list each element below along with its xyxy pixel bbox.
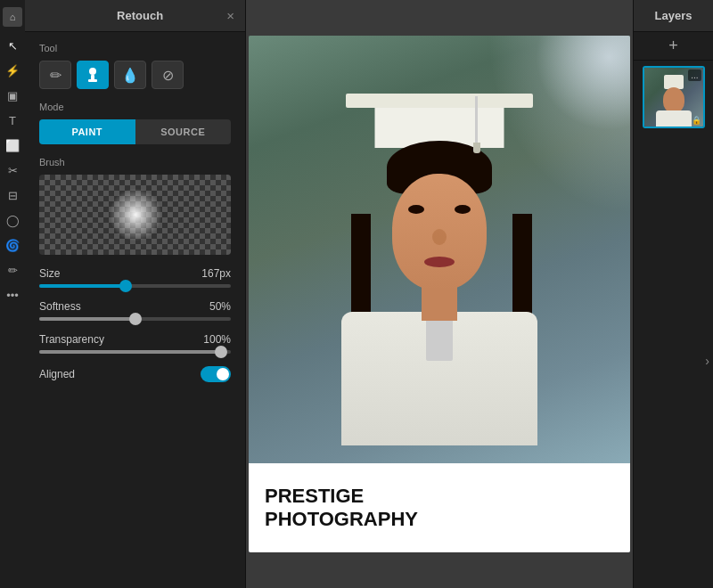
size-slider-row: Size 167px: [39, 267, 231, 288]
watermark-text: PRESTIGE PHOTOGRAPHY: [265, 485, 418, 532]
watermark-line2: PHOTOGRAPHY: [265, 508, 418, 530]
svg-rect-2: [88, 79, 97, 82]
layer-options-button[interactable]: ...: [688, 69, 701, 81]
left-icon-bar: ⌂ ↖ ⚡ ▣ T ⬜ ✂ ⊟ ◯ 🌀 ✏ •••: [0, 0, 25, 588]
panel-title: Retouch: [53, 9, 226, 22]
mode-row: PAINT SOURCE: [39, 119, 231, 144]
grad-cap-board: [346, 94, 533, 108]
home-icon: ⌂: [10, 12, 16, 22]
grad-tassel-end: [473, 143, 480, 153]
brush-section-label: Brush: [39, 157, 231, 167]
adjustments-icon[interactable]: ⊟: [3, 185, 22, 205]
nose: [432, 229, 447, 245]
softness-value: 50%: [209, 300, 231, 313]
canvas-image[interactable]: PRESTIGE PHOTOGRAPHY: [249, 36, 630, 552]
dropper-tool[interactable]: 💧: [114, 61, 146, 89]
spiral-icon[interactable]: 🌀: [3, 235, 22, 255]
retouch-panel: Retouch × Tool ✏ 💧 ⊘ Mode PAINT SOURCE B…: [25, 0, 246, 588]
ellipsis-icon[interactable]: •••: [3, 285, 22, 305]
softness-slider-track[interactable]: [39, 317, 231, 321]
home-button[interactable]: ⌂: [3, 7, 22, 27]
brush-icon[interactable]: ✏: [3, 260, 22, 280]
size-slider-track[interactable]: [39, 284, 231, 288]
brush-glow: [109, 188, 162, 241]
mode-section-label: Mode: [39, 102, 231, 112]
size-slider-header: Size 167px: [39, 267, 231, 280]
layers-title: Layers: [655, 9, 693, 22]
softness-slider-thumb[interactable]: [129, 313, 142, 325]
gown-collar: [426, 316, 453, 361]
text-tool-icon[interactable]: T: [3, 110, 22, 130]
circle-icon[interactable]: ◯: [3, 210, 22, 230]
layers-panel-header: Layers: [634, 0, 713, 32]
lips: [424, 257, 455, 267]
watermark-bar: PRESTIGE PHOTOGRAPHY: [249, 463, 630, 552]
panel-close-button[interactable]: ×: [226, 8, 234, 23]
aligned-toggle[interactable]: [201, 366, 231, 382]
transparency-slider-fill: [39, 350, 221, 354]
stamp-tool[interactable]: [77, 61, 109, 89]
layer-thumb-face: [663, 87, 684, 112]
panel-header: Retouch ×: [25, 0, 245, 32]
size-slider-thumb[interactable]: [119, 280, 132, 292]
svg-point-0: [89, 68, 96, 75]
softness-slider-header: Softness 50%: [39, 300, 231, 313]
grad-tassel-string: [475, 96, 478, 145]
paint-mode-button[interactable]: PAINT: [39, 119, 135, 144]
watermark-line1: PRESTIGE: [265, 485, 364, 507]
canvas-area[interactable]: PRESTIGE PHOTOGRAPHY: [246, 0, 633, 588]
size-slider-fill: [39, 284, 126, 288]
lightning-button[interactable]: ⚡: [3, 61, 22, 80]
transparency-label: Transparency: [39, 333, 104, 346]
stamp-icon: [85, 67, 101, 83]
brush-preview: [39, 175, 231, 255]
pointer-tool-button[interactable]: ↖: [3, 36, 22, 55]
transparency-slider-track[interactable]: [39, 350, 231, 354]
left-eye: [408, 205, 424, 214]
tool-section-label: Tool: [39, 43, 231, 53]
scissors-icon[interactable]: ✂: [3, 160, 22, 180]
aligned-row: Aligned: [39, 366, 231, 382]
softness-slider-fill: [39, 317, 135, 321]
panel-content: Tool ✏ 💧 ⊘ Mode PAINT SOURCE Brush: [25, 32, 245, 588]
expand-panel-button[interactable]: ›: [701, 350, 713, 372]
chevron-container: ›: [634, 134, 713, 588]
canvas-container: PRESTIGE PHOTOGRAPHY: [249, 36, 630, 552]
source-mode-button[interactable]: SOURCE: [135, 119, 232, 144]
toggle-knob: [217, 368, 229, 380]
aligned-label: Aligned: [39, 368, 75, 380]
add-layer-button[interactable]: +: [634, 32, 713, 61]
transparency-slider-header: Transparency 100%: [39, 333, 231, 346]
layer-lock-icon: 🔒: [692, 116, 701, 125]
graduation-gown: [341, 312, 537, 445]
softness-label: Softness: [39, 300, 81, 313]
neck: [422, 285, 457, 321]
layers-sidebar-icon[interactable]: ▣: [3, 86, 22, 105]
transparency-slider-row: Transparency 100%: [39, 333, 231, 354]
pencil-tool[interactable]: ✏: [39, 61, 71, 89]
layer-thumbnail[interactable]: ... 🔒: [643, 66, 705, 128]
eraser-tool[interactable]: ⊘: [152, 61, 184, 89]
tool-row: ✏ 💧 ⊘: [39, 61, 231, 89]
layer-thumb-body: [656, 110, 692, 128]
transform-icon[interactable]: ⬜: [3, 135, 22, 155]
transparency-value: 100%: [203, 333, 231, 346]
size-value: 167px: [201, 267, 231, 280]
transparency-slider-thumb[interactable]: [215, 346, 227, 358]
layers-panel: Layers + ... 🔒 ›: [633, 0, 713, 588]
softness-slider-row: Softness 50%: [39, 300, 231, 321]
size-label: Size: [39, 267, 60, 280]
right-eye: [455, 205, 471, 214]
face: [392, 174, 487, 290]
